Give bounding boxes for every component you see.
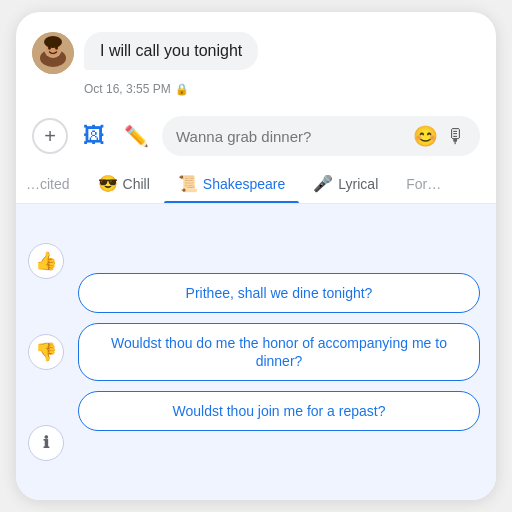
tab-excited[interactable]: …cited (20, 166, 84, 202)
phone-card: I will call you tonight Oct 16, 3:55 PM … (16, 12, 496, 500)
thumbs-down-button[interactable]: 👎 (28, 334, 64, 370)
suggestion-text-3: Wouldst thou join me for a repast? (173, 403, 386, 419)
suggestions-list: Prithee, shall we dine tonight? Wouldst … (78, 216, 480, 488)
lyrical-emoji: 🎤 (313, 174, 333, 193)
suggestion-chip-1[interactable]: Prithee, shall we dine tonight? (78, 273, 480, 313)
sticker-icon: 🖼 (83, 123, 105, 149)
suggestion-chip-2[interactable]: Wouldst thou do me the honor of accompan… (78, 323, 480, 381)
tab-excited-label: …cited (26, 176, 70, 192)
thumbs-up-button[interactable]: 👍 (28, 243, 64, 279)
info-button[interactable]: ℹ (28, 425, 64, 461)
suggestion-text-1: Prithee, shall we dine tonight? (186, 285, 373, 301)
tab-chill[interactable]: 😎 Chill (84, 164, 164, 203)
edit-button[interactable]: ✏️ (120, 120, 152, 152)
chill-emoji: 😎 (98, 174, 118, 193)
lock-icon: 🔒 (175, 83, 189, 96)
message-meta: Oct 16, 3:55 PM 🔒 (84, 82, 480, 96)
info-icon: ℹ (43, 433, 49, 452)
suggestion-tabs: …cited 😎 Chill 📜 Shakespeare 🎤 Lyrical F… (16, 164, 496, 204)
tab-for-label: For… (406, 176, 441, 192)
message-row: I will call you tonight (32, 32, 480, 74)
avatar (32, 32, 74, 74)
feedback-column: 👍 👎 ℹ (24, 216, 68, 488)
message-text: I will call you tonight (100, 42, 242, 59)
input-bar: + 🖼 ✏️ 😊 🎙 (16, 108, 496, 164)
suggestion-text-2: Wouldst thou do me the honor of accompan… (111, 335, 447, 369)
message-timestamp: Oct 16, 3:55 PM (84, 82, 171, 96)
message-bubble: I will call you tonight (84, 32, 258, 70)
tab-lyrical-label: Lyrical (338, 176, 378, 192)
thumbs-up-icon: 👍 (35, 250, 57, 272)
shakespeare-emoji: 📜 (178, 174, 198, 193)
add-button[interactable]: + (32, 118, 68, 154)
thumbs-down-icon: 👎 (35, 341, 57, 363)
mic-button[interactable]: 🎙 (446, 125, 466, 148)
tab-chill-label: Chill (123, 176, 150, 192)
chat-area: I will call you tonight Oct 16, 3:55 PM … (16, 12, 496, 108)
tab-shakespeare-label: Shakespeare (203, 176, 286, 192)
tab-lyrical[interactable]: 🎤 Lyrical (299, 164, 392, 203)
suggestion-chip-3[interactable]: Wouldst thou join me for a repast? (78, 391, 480, 431)
sticker-button[interactable]: 🖼 (78, 120, 110, 152)
suggestions-panel: 👍 👎 ℹ Prithee, shall we dine tonight? Wo… (16, 204, 496, 500)
input-field-wrap: 😊 🎙 (162, 116, 480, 156)
message-input[interactable] (176, 128, 405, 145)
tab-for[interactable]: For… (392, 166, 455, 202)
emoji-button[interactable]: 😊 (413, 124, 438, 148)
edit-icon: ✏️ (124, 124, 149, 148)
tab-shakespeare[interactable]: 📜 Shakespeare (164, 164, 300, 203)
svg-point-6 (44, 36, 62, 48)
add-icon: + (44, 125, 56, 148)
